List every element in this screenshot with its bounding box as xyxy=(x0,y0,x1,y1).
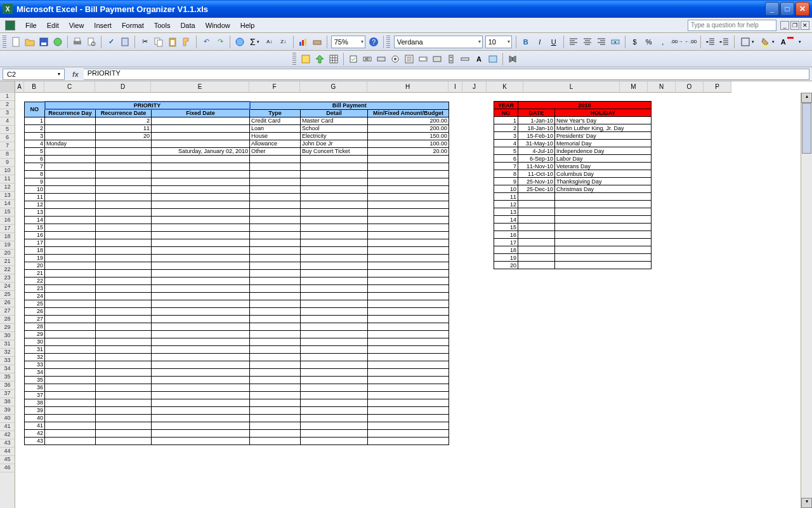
cell[interactable]: Labor Day xyxy=(555,155,652,163)
cell[interactable]: 23 xyxy=(25,284,45,292)
row-header[interactable]: 26 xyxy=(0,299,15,307)
row-header[interactable]: 33 xyxy=(0,357,15,365)
table-row[interactable]: 17 xyxy=(494,239,652,246)
cell[interactable]: 18 xyxy=(25,246,45,254)
table-row[interactable]: 925-Nov-10Thanksgiving Day xyxy=(494,178,652,185)
row-header[interactable]: 29 xyxy=(0,324,15,332)
cell[interactable] xyxy=(96,422,152,429)
form-design-icon[interactable] xyxy=(299,52,313,66)
table-row[interactable]: 1025-Dec-10Christmas Day xyxy=(494,185,652,193)
table-row[interactable]: 36 xyxy=(25,384,449,391)
cell[interactable]: Credit Card xyxy=(250,117,301,124)
cell[interactable] xyxy=(368,178,449,185)
cell[interactable]: 21 xyxy=(25,269,45,277)
help-icon[interactable]: ? xyxy=(367,35,381,49)
cell[interactable] xyxy=(45,353,96,361)
cell[interactable]: 6 xyxy=(25,155,45,163)
cell[interactable] xyxy=(152,201,250,208)
cell[interactable] xyxy=(301,185,368,193)
col-header-P[interactable]: P xyxy=(704,81,731,93)
cell[interactable] xyxy=(152,384,250,391)
table-row[interactable]: 211LoanSchool200.00 xyxy=(25,124,449,132)
option-icon[interactable] xyxy=(388,52,402,66)
table-row[interactable]: 19 xyxy=(25,254,449,262)
table-row[interactable]: 35 xyxy=(25,376,449,384)
cell[interactable]: 20 xyxy=(25,262,45,269)
cell[interactable] xyxy=(152,239,250,246)
table-row[interactable]: 14 xyxy=(25,216,449,224)
cell[interactable] xyxy=(301,155,368,163)
row-header[interactable]: 10 xyxy=(0,167,15,175)
cell[interactable] xyxy=(152,406,250,414)
cell[interactable] xyxy=(368,170,449,178)
cell[interactable] xyxy=(250,170,301,178)
row-header[interactable]: 5 xyxy=(0,126,15,134)
cell[interactable] xyxy=(45,170,96,178)
cell[interactable]: 20.00 xyxy=(368,147,449,155)
cell[interactable] xyxy=(96,163,152,170)
cell[interactable]: 41 xyxy=(25,422,45,429)
cell[interactable] xyxy=(368,193,449,201)
cell[interactable] xyxy=(152,399,250,406)
table-row[interactable]: 12 xyxy=(25,201,449,208)
cell[interactable]: 150.00 xyxy=(368,132,449,140)
cell[interactable] xyxy=(368,239,449,246)
fill-color-icon[interactable]: ▾ xyxy=(757,35,778,49)
row-header[interactable]: 13 xyxy=(0,192,15,200)
cell[interactable]: 5 xyxy=(494,147,518,155)
cell[interactable] xyxy=(301,353,368,361)
cell[interactable]: 9 xyxy=(494,178,518,185)
cell[interactable] xyxy=(152,216,250,224)
cell[interactable] xyxy=(45,323,96,330)
cell[interactable] xyxy=(301,338,368,345)
cell[interactable] xyxy=(152,345,250,353)
cell[interactable] xyxy=(250,414,301,422)
col-header-I[interactable]: I xyxy=(449,81,462,93)
cell[interactable]: 8 xyxy=(25,170,45,178)
cell[interactable] xyxy=(301,201,368,208)
cell[interactable] xyxy=(250,284,301,292)
cell[interactable] xyxy=(368,284,449,292)
align-left-icon[interactable] xyxy=(566,35,580,49)
row-header[interactable]: 37 xyxy=(0,390,15,398)
cell[interactable]: 200.00 xyxy=(368,124,449,132)
decrease-indent-icon[interactable] xyxy=(704,35,717,49)
cell[interactable]: 20 xyxy=(494,262,518,269)
cell[interactable] xyxy=(250,163,301,170)
cell[interactable] xyxy=(45,163,96,170)
cell[interactable] xyxy=(96,353,152,361)
paste-icon[interactable] xyxy=(166,35,180,49)
cell[interactable] xyxy=(301,246,368,254)
spin-icon[interactable] xyxy=(444,52,458,66)
col-header-G[interactable]: G xyxy=(300,81,367,93)
cell[interactable] xyxy=(301,277,368,284)
row-header[interactable]: 22 xyxy=(0,266,15,274)
cell[interactable] xyxy=(301,406,368,414)
cell[interactable] xyxy=(250,422,301,429)
cell[interactable] xyxy=(45,231,96,239)
cell[interactable]: 4 xyxy=(494,140,518,147)
table-row[interactable]: 19 xyxy=(494,254,652,262)
cell[interactable] xyxy=(96,231,152,239)
cell[interactable] xyxy=(555,208,652,216)
table-row[interactable]: 7 xyxy=(25,163,449,170)
cell[interactable] xyxy=(555,246,652,254)
cell[interactable] xyxy=(555,193,652,201)
cell[interactable] xyxy=(250,246,301,254)
vertical-scrollbar[interactable]: ▴ ▾ xyxy=(801,93,812,508)
table-row[interactable]: 54-Jul-10Independence Day xyxy=(494,147,652,155)
table-row[interactable]: 431-May-10Memorial Day xyxy=(494,140,652,147)
row-header[interactable]: 8 xyxy=(0,150,15,159)
cell[interactable] xyxy=(301,292,368,300)
cell[interactable] xyxy=(250,315,301,323)
cell[interactable] xyxy=(45,391,96,399)
cell[interactable]: House xyxy=(250,132,301,140)
cell[interactable] xyxy=(518,193,555,201)
col-header-A[interactable]: A xyxy=(15,81,24,93)
cell[interactable] xyxy=(250,224,301,231)
menu-file[interactable]: File xyxy=(20,20,42,31)
cell[interactable] xyxy=(250,201,301,208)
row-header[interactable]: 16 xyxy=(0,217,15,225)
cell[interactable] xyxy=(45,262,96,269)
table-row[interactable]: 12 xyxy=(494,201,652,208)
